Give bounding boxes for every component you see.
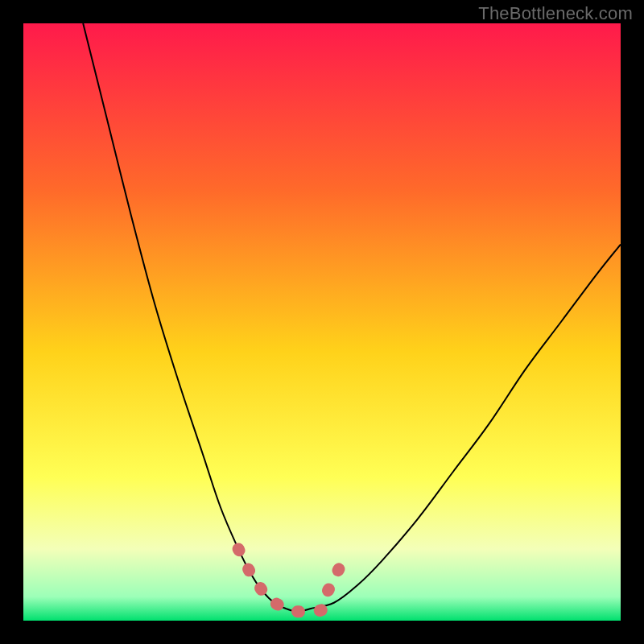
chart-frame: TheBottleneck.com	[0, 0, 644, 644]
plot-area	[23, 23, 621, 621]
watermark-text: TheBottleneck.com	[478, 3, 633, 24]
chart-svg	[23, 23, 621, 621]
gradient-background	[23, 23, 621, 621]
